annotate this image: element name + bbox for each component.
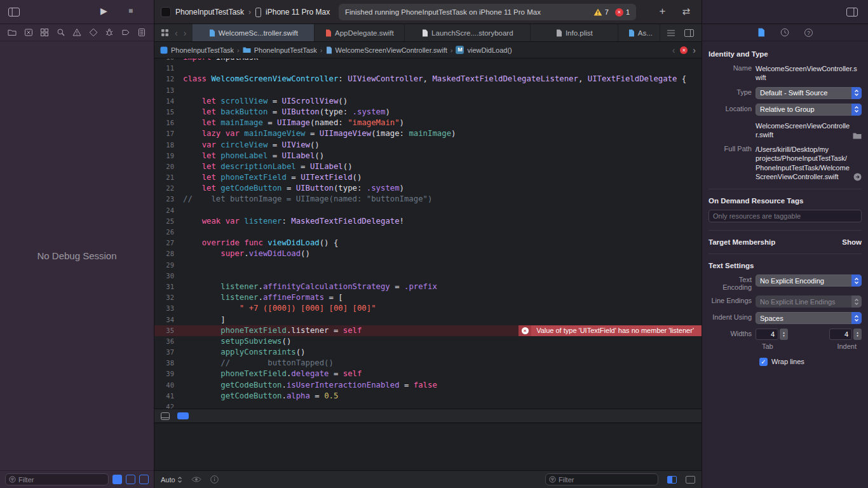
- indent-width-stepper[interactable]: 4 ▴▾: [829, 329, 862, 340]
- open-path-arrow-icon[interactable]: [853, 173, 862, 181]
- debug-navigator-icon[interactable]: [105, 28, 114, 37]
- source-editor[interactable]: 10import InputMask1112class WelcomeScree…: [154, 58, 702, 409]
- source-control-navigator-icon[interactable]: [24, 28, 33, 37]
- variables-scope-selector[interactable]: Auto: [161, 476, 182, 484]
- filter-breakpoints-button[interactable]: [139, 475, 149, 484]
- code-line-11[interactable]: 11: [154, 63, 702, 74]
- issue-error-icon[interactable]: [680, 46, 688, 54]
- code-line-10[interactable]: 10import InputMask: [154, 58, 702, 63]
- line-endings-popup[interactable]: No Explicit Line Endings: [756, 295, 862, 308]
- line-number[interactable]: 40: [154, 380, 178, 391]
- line-number[interactable]: 25: [154, 216, 178, 227]
- line-number[interactable]: 30: [154, 271, 178, 281]
- code-line-12[interactable]: 12class WelcomeScreenViewController: UIV…: [154, 74, 702, 85]
- line-number[interactable]: 16: [154, 118, 178, 128]
- line-number[interactable]: 32: [154, 292, 178, 303]
- find-navigator-icon[interactable]: [57, 28, 65, 37]
- line-number[interactable]: 18: [154, 140, 178, 151]
- code-line-14[interactable]: 14 let scrollView = UIScrollView(): [154, 96, 702, 107]
- code-line-15[interactable]: 15 let backButton = UIButton(type: .syst…: [154, 107, 702, 118]
- code-line-24[interactable]: 24: [154, 205, 702, 216]
- code-line-38[interactable]: 38 // buttonTapped(): [154, 358, 702, 369]
- target-membership-show-button[interactable]: Show: [842, 238, 862, 246]
- add-editor-icon[interactable]: [684, 29, 694, 37]
- code-line-36[interactable]: 36 setupSubviews(): [154, 336, 702, 347]
- line-number[interactable]: 33: [154, 303, 178, 314]
- line-number[interactable]: 37: [154, 347, 178, 358]
- editor-tab-2[interactable]: AppDelegate.swift: [315, 24, 405, 41]
- code-line-32[interactable]: 32 listener.affineFormats = [: [154, 292, 702, 303]
- line-number[interactable]: 19: [154, 151, 178, 161]
- toggle-navigator-icon[interactable]: [8, 8, 20, 17]
- tab-width-stepper[interactable]: 4 ▴▾: [756, 329, 788, 340]
- text-encoding-popup[interactable]: No Explicit Encoding: [756, 274, 862, 287]
- eye-icon[interactable]: [191, 476, 201, 483]
- code-line-39[interactable]: 39 phoneTextField.delegate = self: [154, 369, 702, 379]
- code-line-34[interactable]: 34 ]: [154, 315, 702, 325]
- code-line-28[interactable]: 28 super.viewDidLoad(): [154, 248, 702, 259]
- history-inspector-icon[interactable]: [780, 28, 789, 37]
- quick-help-inspector-icon[interactable]: [804, 29, 813, 37]
- code-line-19[interactable]: 19 let phoneLabel = UILabel(): [154, 151, 702, 161]
- editor-options-icon[interactable]: [667, 29, 675, 37]
- toggle-inspector-icon[interactable]: [846, 8, 858, 17]
- stepper-icon[interactable]: ▴▾: [853, 329, 862, 340]
- line-number[interactable]: 31: [154, 281, 178, 292]
- wrap-lines-checkbox[interactable]: [759, 358, 768, 366]
- line-number[interactable]: 12: [154, 74, 178, 85]
- code-line-37[interactable]: 37 applyConstraints(): [154, 347, 702, 358]
- line-number[interactable]: 14: [154, 96, 178, 107]
- line-number[interactable]: 36: [154, 336, 178, 347]
- line-number[interactable]: 22: [154, 183, 178, 194]
- jumpbar-file[interactable]: WelcomeScreenViewController.swift: [326, 46, 447, 54]
- breakpoint-navigator-icon[interactable]: [121, 28, 130, 37]
- warning-badge[interactable]: 7: [593, 8, 609, 16]
- previous-issue-icon[interactable]: ‹: [672, 45, 675, 55]
- code-line-27[interactable]: 27 override func viewDidLoad() {: [154, 238, 702, 248]
- symbol-navigator-icon[interactable]: [40, 28, 49, 37]
- line-number[interactable]: 11: [154, 63, 178, 74]
- scheme-selector[interactable]: PhoneInputTestTask › iPhone 11 Pro Max: [161, 4, 330, 20]
- odr-tags-field[interactable]: [709, 210, 862, 222]
- go-forward-icon[interactable]: ›: [184, 28, 187, 38]
- line-number[interactable]: 39: [154, 369, 178, 379]
- editor-tab-3[interactable]: LaunchScre....storyboard: [405, 24, 531, 41]
- line-number[interactable]: 42: [154, 402, 178, 409]
- stepper-icon[interactable]: ▴▾: [780, 329, 788, 340]
- line-number[interactable]: 13: [154, 85, 178, 96]
- issue-navigator-icon[interactable]: [72, 28, 81, 37]
- code-line-33[interactable]: 33 " +7 ([000]) [000] [00] [00]": [154, 303, 702, 314]
- line-number[interactable]: 15: [154, 107, 178, 118]
- debug-console-area[interactable]: [154, 423, 702, 470]
- code-line-35[interactable]: 35 phoneTextField.listener = selfValue o…: [154, 325, 702, 336]
- code-line-26[interactable]: 26: [154, 227, 702, 238]
- line-number[interactable]: 27: [154, 238, 178, 248]
- code-line-41[interactable]: 41 getCodeButton.alpha = 0.5: [154, 391, 702, 402]
- line-number[interactable]: 38: [154, 358, 178, 369]
- editor-tab-5[interactable]: As...: [618, 24, 663, 41]
- editor-tab-4[interactable]: Info.plist: [531, 24, 618, 41]
- odr-tags-input[interactable]: [713, 212, 857, 220]
- line-number[interactable]: 34: [154, 315, 178, 325]
- code-line-17[interactable]: 17 lazy var mainImageView = UIImageView(…: [154, 128, 702, 139]
- report-navigator-icon[interactable]: [137, 28, 146, 37]
- code-line-42[interactable]: 42: [154, 402, 702, 409]
- tab-width-value[interactable]: 4: [756, 329, 778, 340]
- code-line-23[interactable]: 23// let buttonImage = UIImage(named: "b…: [154, 194, 702, 205]
- info-icon[interactable]: [210, 475, 219, 484]
- name-value-field[interactable]: WelcomeScreenViewController.swift: [756, 63, 862, 83]
- scheme-name[interactable]: PhoneInputTestTask: [175, 8, 244, 17]
- code-line-21[interactable]: 21 let phoneTextField = UITextField(): [154, 172, 702, 183]
- indent-using-popup[interactable]: Spaces: [756, 312, 862, 324]
- line-number[interactable]: 20: [154, 161, 178, 172]
- test-navigator-icon[interactable]: [89, 28, 98, 37]
- indent-width-value[interactable]: 4: [829, 329, 852, 340]
- code-line-25[interactable]: 25 weak var listener: MaskedTextFieldDel…: [154, 216, 702, 227]
- console-filter-field[interactable]: [545, 473, 658, 485]
- filter-recent-button[interactable]: [112, 475, 122, 484]
- editor-arrows-icon[interactable]: ⇄: [682, 5, 690, 18]
- code-line-40[interactable]: 40 getCodeButton.isUserInteractionEnable…: [154, 380, 702, 391]
- tab-overview-icon[interactable]: [161, 29, 169, 37]
- run-destination[interactable]: iPhone 11 Pro Max: [266, 8, 330, 17]
- error-badge[interactable]: 1: [615, 8, 630, 17]
